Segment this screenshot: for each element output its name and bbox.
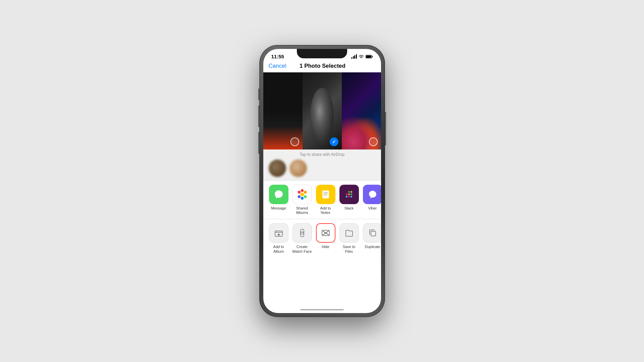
action-row: Add to Album Create Watch Face [263,219,381,257]
add-to-album-icon [269,223,288,243]
svg-point-5 [304,191,307,194]
save-to-files-label: Save to Files [339,245,359,253]
svg-rect-27 [301,236,304,237]
status-time: 11:55 [271,54,284,59]
shared-albums-label: Shared Albums [292,206,312,215]
wifi-icon [359,55,364,59]
duplicate-icon [363,223,381,243]
action-item-add-to-album[interactable]: Add to Album [269,223,289,253]
notes-icon [316,185,335,204]
svg-rect-19 [351,191,352,193]
signal-bar-2 [353,56,354,59]
share-item-viber[interactable]: Viber [363,185,381,215]
mute-button[interactable] [258,88,259,100]
viber-label: Viber [368,206,377,210]
svg-rect-16 [348,191,350,193]
create-watch-face-icon [292,223,312,243]
duplicate-label: Duplicate [365,245,380,249]
airdrop-contacts [269,160,376,177]
selection-circle-2[interactable]: ✓ [330,137,338,146]
volume-down-button[interactable] [258,132,259,154]
svg-rect-10 [322,190,329,198]
photos-grid: ✓ [263,72,381,149]
photos-icon [292,185,312,204]
share-item-messages[interactable]: Message [269,185,289,215]
svg-point-7 [301,197,304,200]
svg-point-8 [298,195,301,198]
svg-rect-14 [346,193,347,195]
hide-icon [316,223,335,243]
svg-point-3 [300,192,304,196]
svg-point-4 [301,189,304,192]
signal-bar-3 [354,55,355,59]
signal-bar-1 [351,57,352,59]
svg-rect-20 [348,196,350,197]
nav-bar: Cancel 1 Photo Selected [263,61,381,72]
photo-cell-2[interactable]: ✓ [303,72,342,149]
airdrop-contact-2[interactable] [289,160,307,177]
svg-rect-17 [348,193,350,195]
messages-label: Message [271,206,286,210]
share-item-shared-albums[interactable]: Shared Albums [292,185,312,215]
add-to-album-label: Add to Album [269,245,289,253]
create-watch-face-label: Create Watch Face [292,245,312,253]
battery-icon [366,55,373,59]
signal-bar-4 [356,54,357,59]
hide-label: Hide [322,245,329,249]
airdrop-hint: Tap to share with AirDrop [269,152,376,157]
svg-rect-1 [372,56,373,57]
svg-rect-18 [351,193,352,195]
svg-rect-26 [301,229,304,230]
notch [297,49,347,58]
selection-circle-1[interactable] [290,137,299,146]
home-indicator[interactable] [300,309,344,310]
action-item-save-to-files[interactable]: Save to Files [339,223,359,253]
svg-rect-34 [371,231,376,236]
signal-icon [351,54,357,59]
action-item-create-watch-face[interactable]: Create Watch Face [292,223,312,253]
svg-point-9 [298,191,301,194]
svg-point-6 [304,195,307,198]
nav-title: 1 Photo Selected [300,63,345,69]
notes-label: Add to Notes [316,206,336,215]
slack-icon [339,185,359,204]
photo-cell-3[interactable] [342,72,381,149]
status-icons [351,54,373,59]
cancel-button[interactable]: Cancel [269,63,286,69]
action-item-hide[interactable]: Hide [316,223,336,253]
volume-up-button[interactable] [258,105,259,127]
share-item-notes[interactable]: Add to Notes [316,185,336,215]
svg-rect-2 [366,55,371,58]
airdrop-contact-1[interactable] [269,160,286,177]
power-button[interactable] [385,112,386,145]
selection-circle-3[interactable] [369,137,378,146]
save-to-files-icon [339,223,359,243]
share-row: Message Shared Albums [263,181,381,219]
svg-rect-21 [351,196,352,197]
viber-icon [363,185,381,204]
phone-frame: 11:55 [259,45,385,317]
svg-rect-15 [346,196,347,197]
action-item-duplicate[interactable]: Duplicate [363,223,381,253]
phone-screen: 11:55 [263,49,381,313]
messages-icon [269,185,288,204]
slack-label: Slack [344,206,354,210]
airdrop-section: Tap to share with AirDrop [263,149,381,181]
share-item-slack[interactable]: Slack [339,185,359,215]
checkmark-icon: ✓ [332,139,336,144]
photo-cell-1[interactable] [263,72,303,149]
